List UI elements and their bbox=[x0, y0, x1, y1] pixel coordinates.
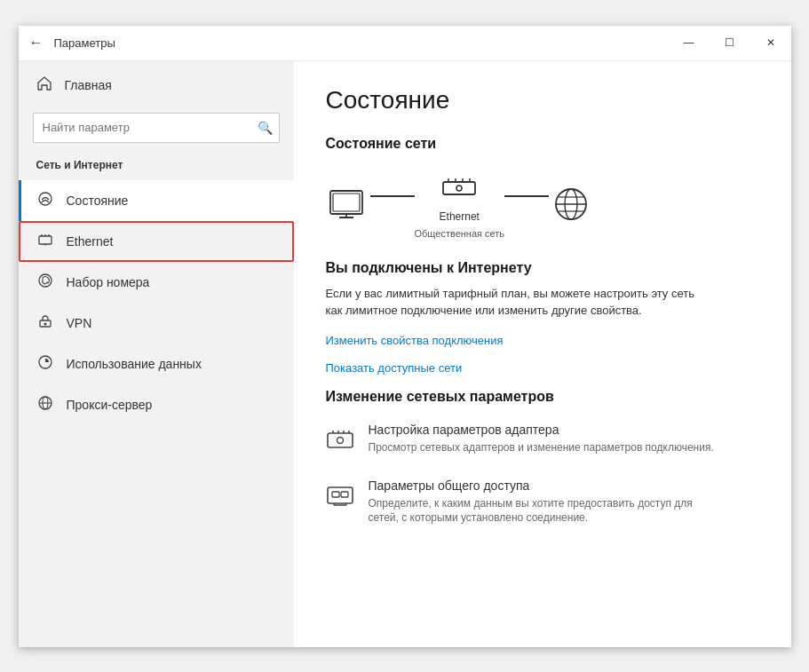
sidebar: Главная 🔍 Сеть и Интернет Состояние bbox=[19, 61, 294, 647]
svg-rect-10 bbox=[333, 194, 360, 211]
pc-icon bbox=[326, 186, 370, 222]
search-input[interactable] bbox=[33, 113, 280, 143]
sharing-icon bbox=[326, 480, 354, 515]
svg-point-19 bbox=[337, 437, 343, 443]
window-controls: — ☐ ✕ bbox=[669, 25, 791, 60]
home-label: Главная bbox=[65, 78, 112, 92]
proxy-label: Прокси-сервер bbox=[67, 398, 153, 412]
ethernet-device-sub: Общественная сеть bbox=[415, 228, 505, 239]
adapter-icon bbox=[326, 424, 354, 459]
window-title: Параметры bbox=[54, 36, 115, 50]
maximize-button[interactable]: ☐ bbox=[710, 25, 750, 60]
globe-icon bbox=[549, 186, 593, 222]
sidebar-item-vpn[interactable]: VPN bbox=[19, 303, 294, 344]
line2 bbox=[504, 195, 549, 197]
connected-desc: Если у вас лимитный тарифный план, вы мо… bbox=[326, 285, 708, 320]
pc-device bbox=[326, 186, 370, 222]
vpn-label: VPN bbox=[67, 316, 92, 330]
settings-window: ← Параметры — ☐ ✕ Главная � bbox=[19, 26, 791, 647]
minimize-button[interactable]: — bbox=[669, 25, 710, 60]
adapter-text: Настройка параметров адаптера Просмотр с… bbox=[369, 423, 714, 455]
search-box: 🔍 bbox=[33, 113, 280, 143]
ethernet-icon bbox=[36, 232, 54, 251]
sidebar-item-dial[interactable]: Набор номера bbox=[19, 262, 294, 303]
proxy-icon bbox=[36, 395, 54, 415]
router-icon bbox=[440, 170, 479, 205]
dial-label: Набор номера bbox=[67, 275, 150, 289]
vpn-icon bbox=[36, 313, 54, 333]
ethernet-label: Ethernet bbox=[67, 234, 114, 249]
sharing-desc: Определите, к каким данным вы хотите пре… bbox=[369, 496, 724, 526]
svg-rect-9 bbox=[330, 191, 362, 214]
link-change-props[interactable]: Изменить свойства подключения bbox=[326, 334, 759, 347]
page-title: Состояние bbox=[326, 86, 759, 115]
close-button[interactable]: ✕ bbox=[750, 25, 791, 60]
sidebar-item-proxy[interactable]: Прокси-сервер bbox=[19, 384, 294, 425]
data-usage-icon bbox=[36, 354, 54, 374]
adapter-title: Настройка параметров адаптера bbox=[369, 423, 714, 437]
sidebar-item-status[interactable]: Состояние bbox=[19, 180, 294, 221]
svg-point-4 bbox=[44, 322, 46, 325]
connected-heading: Вы подключены к Интернету bbox=[326, 260, 759, 276]
svg-rect-18 bbox=[328, 433, 353, 447]
sidebar-item-data-usage[interactable]: Использование данных bbox=[19, 344, 294, 384]
data-usage-label: Использование данных bbox=[67, 357, 202, 371]
titlebar-left: ← Параметры bbox=[29, 35, 115, 51]
titlebar: ← Параметры — ☐ ✕ bbox=[19, 26, 791, 61]
adapter-settings-item[interactable]: Настройка параметров адаптера Просмотр с… bbox=[326, 423, 759, 459]
sidebar-item-ethernet[interactable]: Ethernet bbox=[19, 221, 294, 262]
network-diagram: Ethernet Общественная сеть bbox=[326, 170, 759, 239]
status-label: Состояние bbox=[67, 194, 129, 208]
link-show-networks[interactable]: Показать доступные сети bbox=[326, 361, 759, 375]
settings-heading: Изменение сетевых параметров bbox=[326, 389, 759, 405]
sharing-settings-item[interactable]: Параметры общего доступа Определите, к к… bbox=[326, 478, 759, 526]
home-icon bbox=[36, 75, 52, 95]
ethernet-device: Ethernet Общественная сеть bbox=[415, 170, 505, 239]
main-content: Состояние Состояние сети bbox=[294, 61, 791, 647]
dial-icon bbox=[36, 273, 54, 292]
search-icon: 🔍 bbox=[258, 121, 273, 135]
sharing-title: Параметры общего доступа bbox=[369, 478, 724, 493]
svg-point-0 bbox=[39, 193, 52, 205]
sidebar-section-label: Сеть и Интернет bbox=[19, 154, 294, 180]
back-button[interactable]: ← bbox=[29, 35, 44, 51]
line1 bbox=[370, 195, 415, 197]
content-area: Главная 🔍 Сеть и Интернет Состояние bbox=[19, 61, 791, 647]
svg-rect-22 bbox=[332, 492, 339, 497]
internet-device bbox=[549, 186, 593, 222]
sharing-text: Параметры общего доступа Определите, к к… bbox=[369, 478, 724, 526]
svg-rect-23 bbox=[341, 492, 348, 497]
svg-rect-1 bbox=[39, 236, 52, 244]
network-status-heading: Состояние сети bbox=[326, 136, 759, 152]
svg-rect-20 bbox=[328, 487, 353, 503]
status-icon bbox=[36, 191, 54, 210]
svg-rect-11 bbox=[443, 182, 475, 194]
ethernet-device-name: Ethernet bbox=[440, 210, 480, 223]
svg-point-12 bbox=[456, 186, 462, 191]
sidebar-home[interactable]: Главная bbox=[19, 61, 294, 109]
adapter-desc: Просмотр сетевых адаптеров и изменение п… bbox=[369, 440, 714, 455]
